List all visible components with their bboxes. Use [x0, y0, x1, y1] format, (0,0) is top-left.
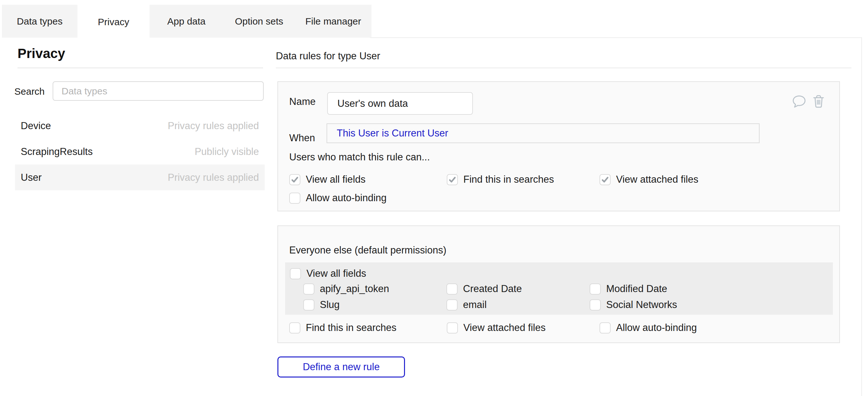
permissions-heading: Users who match this rule can...: [289, 151, 430, 163]
list-item-scrapingresults[interactable]: ScrapingResults Publicly visible: [15, 139, 265, 164]
tab-option-sets[interactable]: Option sets: [223, 5, 295, 38]
page-title: Privacy: [18, 46, 65, 61]
checkbox-label: View attached files: [463, 322, 546, 334]
top-tab-bar: Data types Privacy App data Option sets …: [2, 5, 372, 38]
checkbox[interactable]: [447, 322, 458, 334]
list-item-device[interactable]: Device Privacy rules applied: [15, 113, 265, 139]
search-label: Search: [14, 86, 44, 97]
when-condition-box[interactable]: This User is Current User: [327, 123, 760, 143]
checkbox-label: Allow auto-binding: [616, 322, 697, 334]
when-label: When: [289, 132, 315, 144]
field-checkbox-apify-api-token[interactable]: apify_api_token: [303, 282, 389, 295]
tab-app-data[interactable]: App data: [150, 5, 223, 38]
list-item-user[interactable]: User Privacy rules applied: [15, 164, 265, 190]
section-title: Data rules for type User: [276, 50, 380, 62]
field-checkbox-email[interactable]: email: [446, 299, 487, 311]
section-divider: [276, 68, 851, 68]
checkbox-item-view-attached-files[interactable]: View attached files: [599, 173, 699, 186]
field-checkbox-created-date[interactable]: Created Date: [446, 282, 522, 295]
checkbox-label: View attached files: [616, 174, 699, 185]
checkbox[interactable]: [599, 322, 611, 334]
rule-actions: [792, 95, 824, 108]
checkbox-item-view-all-fields-default[interactable]: View all fields: [290, 267, 366, 280]
checkbox-label: Find this in searches: [463, 174, 554, 185]
tab-file-manager[interactable]: File manager: [295, 5, 372, 38]
check-icon: [448, 175, 457, 184]
panel-right-border: [861, 37, 862, 396]
checkbox[interactable]: [289, 192, 300, 204]
header-divider: [370, 37, 862, 38]
when-condition-value[interactable]: This User is Current User: [337, 127, 448, 139]
search-input[interactable]: [53, 81, 264, 101]
sidebar-divider: [18, 68, 263, 68]
checkbox-item-allow-auto-binding[interactable]: Allow auto-binding: [289, 192, 386, 204]
checkbox-label: View all fields: [306, 268, 366, 279]
checkbox-item-find-in-searches[interactable]: Find this in searches: [447, 173, 554, 186]
trash-icon[interactable]: [813, 95, 824, 108]
checkbox[interactable]: [303, 299, 314, 310]
field-checkbox-social-networks[interactable]: Social Networks: [590, 299, 677, 311]
checkbox-item-view-attached-files-default[interactable]: View attached files: [447, 322, 546, 334]
data-type-name: Device: [21, 120, 51, 132]
fields-panel: View all fields apify_api_token Created …: [285, 263, 833, 315]
checkbox-label: Find this in searches: [306, 322, 396, 334]
checkbox-item-view-all-fields[interactable]: View all fields: [289, 173, 366, 186]
check-icon: [601, 175, 609, 184]
checkbox-label: Created Date: [463, 283, 522, 295]
checkbox-label: Modified Date: [606, 283, 667, 295]
checkbox[interactable]: [447, 174, 458, 185]
checkbox[interactable]: [446, 283, 458, 295]
comment-icon[interactable]: [792, 95, 806, 108]
checkbox-label: email: [463, 299, 487, 310]
checkbox-label: Social Networks: [606, 299, 677, 310]
checkbox[interactable]: [290, 268, 301, 279]
default-permissions-card: Everyone else (default permissions) View…: [277, 225, 840, 343]
checkbox[interactable]: [599, 174, 611, 185]
checkbox-item-allow-auto-binding-default[interactable]: Allow auto-binding: [599, 322, 697, 334]
data-type-name: ScrapingResults: [21, 146, 93, 157]
define-new-rule-button[interactable]: Define a new rule: [277, 357, 405, 377]
data-type-name: User: [21, 172, 41, 183]
field-checkbox-modified-date[interactable]: Modified Date: [590, 282, 667, 295]
check-icon: [290, 175, 299, 184]
checkbox-label: Slug: [320, 299, 340, 310]
privacy-status: Privacy rules applied: [168, 120, 259, 132]
tab-data-types[interactable]: Data types: [2, 5, 78, 38]
data-type-list: Device Privacy rules applied ScrapingRes…: [15, 113, 265, 190]
checkbox[interactable]: [590, 299, 601, 310]
tab-privacy[interactable]: Privacy: [78, 5, 150, 39]
privacy-status: Privacy rules applied: [168, 172, 259, 183]
checkbox[interactable]: [446, 299, 458, 310]
field-checkbox-slug[interactable]: Slug: [303, 299, 340, 311]
privacy-rule-card: Name When This User is Current User User…: [277, 81, 840, 211]
checkbox-label: Allow auto-binding: [306, 192, 386, 204]
checkbox-label: View all fields: [306, 174, 366, 185]
rule-name-input[interactable]: [327, 92, 473, 115]
checkbox[interactable]: [289, 174, 300, 185]
checkbox-item-find-in-searches-default[interactable]: Find this in searches: [289, 322, 396, 334]
checkbox[interactable]: [303, 283, 314, 295]
checkbox[interactable]: [289, 322, 300, 334]
name-label: Name: [289, 96, 316, 108]
privacy-status: Publicly visible: [194, 146, 259, 157]
checkbox-label: apify_api_token: [320, 283, 389, 295]
default-permissions-heading: Everyone else (default permissions): [289, 245, 446, 256]
checkbox[interactable]: [590, 283, 601, 295]
